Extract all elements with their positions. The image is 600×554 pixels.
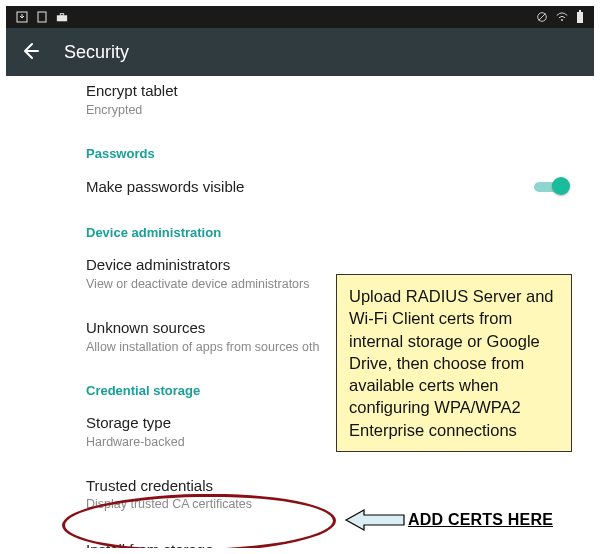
setting-title: Encrypt tablet: [86, 82, 578, 101]
back-icon[interactable]: [20, 41, 40, 64]
section-header-passwords: Passwords: [86, 128, 578, 167]
toggle-switch[interactable]: [534, 177, 570, 197]
setting-title: Device administrators: [86, 256, 578, 275]
svg-point-6: [561, 19, 563, 21]
annotation-arrow-group: ADD CERTS HERE: [344, 508, 553, 532]
setting-subtitle: Encrypted: [86, 103, 578, 119]
app-bar: Security: [6, 28, 594, 76]
setting-encrypt-tablet[interactable]: Encrypt tablet Encrypted: [86, 76, 578, 128]
sim-icon: [36, 11, 48, 23]
annotation-arrow-label: ADD CERTS HERE: [408, 511, 553, 529]
svg-rect-8: [579, 10, 581, 12]
svg-rect-7: [577, 12, 583, 23]
status-right: [536, 10, 584, 24]
wifi-icon: [556, 11, 568, 23]
setting-title: Install from storage: [86, 541, 578, 554]
toggle-thumb: [552, 177, 570, 195]
status-bar: [6, 6, 594, 28]
no-location-icon: [536, 11, 548, 23]
svg-rect-2: [57, 15, 67, 21]
svg-line-5: [539, 14, 546, 21]
page-title: Security: [64, 42, 129, 63]
annotation-callout: Upload RADIUS Server and Wi-Fi Client ce…: [336, 274, 572, 452]
download-icon: [16, 11, 28, 23]
status-left: [16, 11, 68, 23]
section-header-device-admin: Device administration: [86, 207, 578, 246]
battery-icon: [576, 10, 584, 24]
briefcase-icon: [56, 11, 68, 23]
svg-rect-1: [38, 12, 46, 22]
setting-make-passwords-visible[interactable]: Make passwords visible: [86, 167, 578, 207]
svg-marker-9: [346, 510, 404, 530]
setting-title: Make passwords visible: [86, 178, 244, 197]
svg-rect-3: [60, 14, 63, 16]
device-frame: Security Encrypt tablet Encrypted Passwo…: [6, 6, 594, 548]
setting-title: Trusted credentials: [86, 477, 578, 496]
arrow-left-icon: [344, 508, 406, 532]
